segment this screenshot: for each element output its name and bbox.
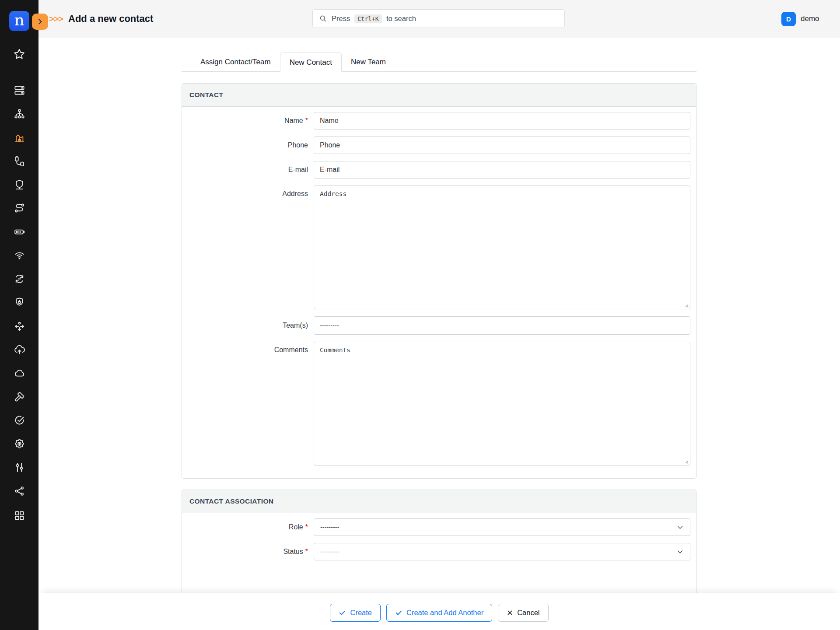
tab-assign-contact-team[interactable]: Assign Contact/Team [191,52,280,72]
field-label-address: Address [182,186,308,198]
role-select[interactable]: --------- [314,518,690,536]
racks-icon [14,84,25,96]
create-and-add-another-button[interactable]: Create and Add Another [386,604,492,622]
battery-icon [14,226,25,238]
sidebar-item-share-nodes[interactable] [0,485,38,497]
button-label: Create [350,609,372,617]
check-circle-icon [14,414,25,426]
cable-icon [14,155,25,167]
sidebar-item-building[interactable] [0,132,38,144]
section-header: CONTACT ASSOCIATION [182,490,696,513]
share-nodes-icon [14,485,25,497]
star-icon [13,48,26,61]
comments-textarea[interactable]: Comments [314,342,690,466]
wifi-icon [14,249,25,261]
section-title: CONTACT [189,91,223,99]
tab-new-team[interactable]: New Team [342,52,395,72]
main-content: Assign Contact/TeamNew ContactNew Team C… [38,38,840,630]
required-asterisk: * [305,548,308,555]
gear-plus-icon [14,438,25,450]
search-shortcut-kbd: Ctrl+K [354,14,382,23]
create-button[interactable]: Create [330,604,381,622]
section-header: CONTACT [182,84,696,107]
form-row-comments: CommentsComments [182,342,696,466]
form-tabs: Assign Contact/TeamNew ContactNew Team [182,52,696,72]
sidebar-item-star[interactable] [0,48,38,61]
phone-input[interactable]: Phone [314,136,690,154]
section-card-contact: CONTACTName*NamePhonePhoneE-mailE-mailAd… [182,83,696,479]
comments-placeholder: Comments [320,346,350,354]
form-row-team-s-: Team(s)--------- [182,316,696,335]
sidebar-item-shield-network[interactable] [0,179,38,191]
sidebar-item-cloud[interactable] [0,368,38,379]
sidebar-item-sitemap[interactable] [0,108,38,120]
chevron-down-icon [676,548,684,556]
name-input[interactable]: Name [314,112,690,130]
sidebar-item-cable[interactable] [0,155,38,167]
search-icon [319,14,327,23]
sidebar-item-battery[interactable] [0,226,38,238]
sidebar-item-gear-plus[interactable] [0,438,38,450]
required-asterisk: * [305,117,308,124]
resize-grip-icon[interactable] [684,459,689,464]
user-menu[interactable]: D demo [781,0,819,38]
hammer-icon [14,391,25,402]
section-title: CONTACT ASSOCIATION [189,497,273,505]
page-title: Add a new contact [68,13,153,24]
button-label: Create and Add Another [406,609,483,617]
sidebar-item-sliders[interactable] [0,462,38,473]
sidebar-item-shield-flame[interactable] [0,297,38,308]
field-label-comments: Comments [182,342,308,354]
status-selected-value: --------- [320,548,339,555]
avatar-initial: D [786,15,791,23]
breadcrumb: >>> [49,14,63,24]
cloud-upload-icon [14,344,25,356]
avatar: D [781,12,796,26]
username: demo [801,14,819,23]
search-placeholder-suffix: to search [386,14,416,23]
sliders-icon [14,462,25,473]
e-mail-input[interactable]: E-mail [314,161,690,178]
sitemap-icon [14,108,25,120]
field-label-phone: Phone [182,136,308,154]
search-placeholder-prefix: Press [332,14,350,23]
form-actions-footer: CreateCreate and Add AnotherCancel [38,593,840,630]
sidebar-expand-button[interactable] [32,14,48,30]
close-icon [507,609,513,616]
sidebar-item-grid[interactable] [0,510,38,522]
field-label-team-s-: Team(s) [182,317,308,334]
sidebar-item-route[interactable] [0,202,38,214]
cloud-icon [14,368,25,379]
sidebar-item-arrows-move[interactable] [0,320,38,332]
chevron-right-icon [36,18,44,26]
field-label-role: Role* [182,518,308,536]
sidebar-item-racks[interactable] [0,84,38,96]
building-icon [14,132,25,144]
cancel-button[interactable]: Cancel [498,604,548,622]
form-row-address: AddressAddress [182,186,696,309]
shield-network-icon [14,179,25,191]
status-select[interactable]: --------- [314,543,690,560]
check-icon [395,609,402,616]
chevron-down-icon [676,524,684,531]
app-logo-letter: n [14,12,24,28]
search-input[interactable]: Press Ctrl+K to search [312,9,565,28]
route-icon [14,202,25,214]
form-row-status: Status*--------- [182,543,696,560]
sidebar-item-wifi[interactable] [0,249,38,261]
grid-icon [14,510,25,522]
field-label-status: Status* [182,543,308,560]
form-row-name: Name*Name [182,112,696,130]
team-s--multiselect[interactable]: --------- [314,316,690,335]
tab-new-contact[interactable]: New Contact [280,52,342,72]
address-textarea[interactable]: Address [314,186,690,309]
sidebar-item-hammer[interactable] [0,391,38,402]
sidebar-item-check-circle[interactable] [0,414,38,426]
sync-link-icon [14,273,25,285]
app-logo[interactable]: n [9,11,29,31]
resize-grip-icon[interactable] [684,303,689,308]
form-row-e-mail: E-mailE-mail [182,161,696,178]
sidebar-item-cloud-upload[interactable] [0,344,38,356]
sidebar-item-sync-link[interactable] [0,273,38,285]
page: n >>> Add a new contact Press Ctrl+K to … [0,0,840,630]
